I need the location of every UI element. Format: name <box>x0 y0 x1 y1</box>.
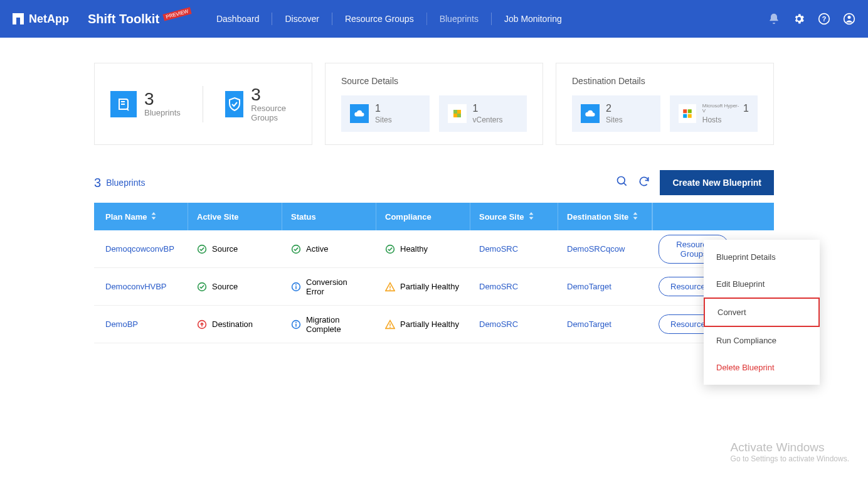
source-site-link[interactable]: DemoSRC <box>479 244 518 254</box>
dropdown-item-delete-blueprint[interactable]: Delete Blueprint <box>704 354 820 381</box>
compliance-text: Healthy <box>400 244 428 254</box>
svg-rect-9 <box>453 114 457 117</box>
hyperv-icon <box>679 104 696 123</box>
top-header: NetApp Shift Toolkit PREVIEW Dashboard D… <box>0 0 868 38</box>
svg-rect-29 <box>389 323 391 326</box>
col-plan-name[interactable]: Plan Name <box>94 203 188 230</box>
nav-discover[interactable]: Discover <box>272 13 331 25</box>
source-details-title: Source Details <box>341 76 527 86</box>
blueprint-list-label: Blueprints <box>106 178 145 188</box>
stat-rg-label: Resource Groups <box>251 104 296 122</box>
svg-rect-28 <box>295 323 297 326</box>
nav-dashboard[interactable]: Dashboard <box>204 13 272 25</box>
stat-resource-groups: 3 Resource Groups <box>203 86 296 122</box>
source-site-link[interactable]: DemoSRC <box>479 282 518 291</box>
svg-rect-7 <box>453 110 457 114</box>
nav-job-monitoring[interactable]: Job Monitoring <box>491 13 574 25</box>
windows-watermark: Activate Windows Go to Settings to activ… <box>731 441 849 463</box>
col-status[interactable]: Status <box>282 203 376 230</box>
nav-blueprints[interactable]: Blueprints <box>426 13 491 25</box>
compliance-icon <box>385 244 395 254</box>
svg-rect-8 <box>457 110 461 114</box>
source-vcenters-tile: 1 vCenters <box>439 95 527 132</box>
list-header: 3 Blueprints Create New Blueprint <box>94 170 774 195</box>
svg-rect-13 <box>683 114 687 118</box>
cloud-icon <box>581 104 600 123</box>
netapp-n-icon <box>13 13 24 24</box>
active-site-status-icon <box>197 282 207 292</box>
col-active-site[interactable]: Active Site <box>188 203 282 230</box>
table-row: DemoBPDestinationMigration CompleteParti… <box>94 306 774 343</box>
svg-point-21 <box>295 284 297 285</box>
stat-rg-count: 3 <box>251 86 296 104</box>
svg-rect-11 <box>683 109 687 113</box>
destination-details-title: Destination Details <box>572 76 758 86</box>
col-source-site[interactable]: Source Site <box>470 203 558 230</box>
table-row: DemoconvHVBPSourceConversion ErrorPartia… <box>94 268 774 306</box>
svg-text:?: ? <box>822 15 827 23</box>
create-new-blueprint-button[interactable]: Create New Blueprint <box>660 170 774 195</box>
dropdown-item-convert[interactable]: Convert <box>704 297 820 327</box>
source-sites-label: Sites <box>375 115 392 124</box>
stat-blueprints-count: 3 <box>144 90 181 108</box>
watermark-sub: Go to Settings to activate Windows. <box>731 454 849 463</box>
active-site-status-icon <box>197 244 207 254</box>
sort-icon <box>151 212 157 222</box>
search-icon[interactable] <box>616 175 628 190</box>
gear-icon[interactable] <box>793 13 805 25</box>
compliance-text: Partially Healthy <box>400 319 459 329</box>
active-site-text: Source <box>212 244 238 254</box>
host-type-label: Microsoft Hyper-V <box>702 104 739 114</box>
table-row: DemoqcowconvBPSourceActiveHealthyDemoSRC… <box>94 230 774 268</box>
plan-name-link[interactable]: DemoBP <box>105 319 138 329</box>
plan-name-link[interactable]: DemoconvHVBP <box>105 282 167 291</box>
svg-rect-22 <box>295 286 297 289</box>
user-icon[interactable] <box>843 13 855 25</box>
source-vcenters-label: vCenters <box>473 115 503 124</box>
status-text: Active <box>306 244 328 254</box>
shield-icon <box>225 91 244 117</box>
svg-point-24 <box>389 289 391 290</box>
destination-site-link[interactable]: DemoSRCqcow <box>567 244 625 254</box>
source-vcenters-count: 1 <box>473 103 479 114</box>
col-compliance[interactable]: Compliance <box>376 203 470 230</box>
svg-point-30 <box>389 326 391 328</box>
stat-blueprints-label: Blueprints <box>144 108 181 117</box>
dest-hosts-tile: Microsoft Hyper-V1 Hosts <box>670 95 758 132</box>
svg-rect-2 <box>13 13 24 18</box>
dropdown-item-edit-blueprint[interactable]: Edit Blueprint <box>704 271 820 297</box>
cloud-icon <box>350 104 369 123</box>
col-destination-site[interactable]: Destination Site <box>558 203 652 230</box>
brand-name: NetApp <box>29 13 69 26</box>
compliance-text: Partially Healthy <box>400 282 459 291</box>
dest-sites-count: 2 <box>606 103 611 114</box>
source-site-link[interactable]: DemoSRC <box>479 319 518 329</box>
svg-rect-23 <box>389 286 391 288</box>
sort-icon <box>632 212 638 222</box>
destination-site-link[interactable]: DemoTarget <box>567 282 611 291</box>
sort-icon <box>528 212 534 222</box>
summary-row: 3 Blueprints 3 Resource Groups Source De… <box>94 63 774 145</box>
blueprint-list-count: 3 <box>94 176 101 190</box>
help-icon[interactable]: ? <box>818 13 830 25</box>
dropdown-item-run-compliance[interactable]: Run Compliance <box>704 327 820 354</box>
dest-sites-tile: 2 Sites <box>572 95 660 132</box>
nav-resource-groups[interactable]: Resource Groups <box>332 13 426 25</box>
brand-logo: NetApp <box>13 13 69 26</box>
source-sites-count: 1 <box>375 103 381 114</box>
bell-icon[interactable] <box>768 13 780 25</box>
active-site-text: Source <box>212 282 238 291</box>
main-nav: Dashboard Discover Resource Groups Bluep… <box>204 13 574 25</box>
dropdown-item-blueprint-details[interactable]: Blueprint Details <box>704 244 820 271</box>
refresh-icon[interactable] <box>638 175 650 190</box>
dest-hosts-count: 1 <box>743 103 749 114</box>
destination-site-link[interactable]: DemoTarget <box>567 319 611 329</box>
header-icon-group: ? <box>768 13 855 25</box>
source-details-card: Source Details 1 Sites 1 vCenters <box>325 63 543 145</box>
status-text: Conversion Error <box>306 277 368 296</box>
summary-card-counts: 3 Blueprints 3 Resource Groups <box>94 63 312 145</box>
plan-name-link[interactable]: DemoqcowconvBP <box>105 244 174 254</box>
dest-hosts-label: Hosts <box>702 115 749 124</box>
table-body: DemoqcowconvBPSourceActiveHealthyDemoSRC… <box>94 230 774 343</box>
active-site-status-icon <box>197 319 207 330</box>
